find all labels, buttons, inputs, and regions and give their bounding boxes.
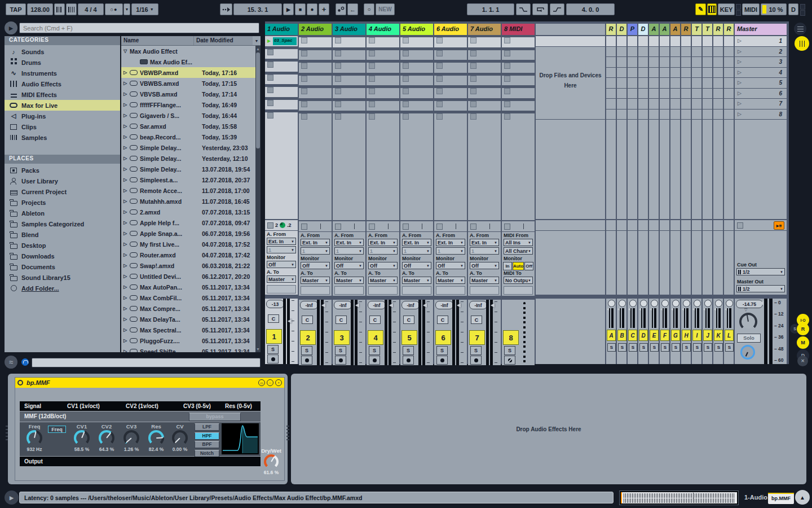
cue-out-chooser[interactable]: 1/2▼ — [736, 268, 785, 275]
file-row[interactable]: ▷Apple Snap.a...06.07.2018, 19:56 — [121, 228, 261, 239]
file-row[interactable]: ▷Untitled Devi...06.12.2017, 20:20 — [121, 271, 261, 282]
input-type-chooser[interactable]: Ext. In▼ — [470, 239, 499, 246]
nudge-up-button[interactable] — [66, 3, 77, 15]
show-detail-view-button[interactable]: ▶ — [5, 491, 19, 505]
place-item-sound-library15[interactable]: Sound Library15 — [5, 272, 120, 283]
file-list-header-date[interactable]: Date Modified — [194, 36, 253, 45]
input-type-chooser[interactable]: Ext. In▼ — [402, 239, 431, 246]
return-solo-button[interactable]: S — [639, 343, 648, 352]
file-expander-icon[interactable]: ▷ — [123, 327, 130, 332]
clip-slot[interactable] — [367, 50, 399, 61]
solo-button[interactable]: S — [301, 346, 312, 355]
return-pan-knob[interactable] — [629, 300, 637, 307]
file-expander-icon[interactable]: ▷ — [123, 145, 130, 150]
re-enable-automation-button[interactable]: NEW — [376, 3, 395, 15]
metronome-menu-arrow[interactable]: ▼ — [123, 3, 130, 15]
return-pan-knob[interactable] — [683, 300, 690, 307]
pan-display[interactable]: C — [302, 316, 313, 324]
preview-bar[interactable] — [32, 358, 261, 367]
return-activator[interactable]: L — [725, 330, 734, 341]
solo-button[interactable]: S — [504, 346, 515, 355]
input-channel-chooser[interactable]: 1▼ — [301, 247, 330, 255]
clip-slot[interactable] — [367, 101, 399, 112]
monitor-chooser[interactable]: Off▼ — [436, 262, 465, 269]
record-button[interactable]: ● — [307, 3, 317, 15]
file-row[interactable]: ▷Max Spectral...05.11.2017, 13:34 — [121, 325, 261, 335]
input-type-chooser[interactable]: Ext. In▼ — [267, 238, 296, 245]
return-pan-knob[interactable] — [694, 300, 701, 307]
file-expander-icon[interactable]: ▷ — [123, 124, 130, 129]
clip-slot[interactable] — [265, 62, 298, 72]
output-type-chooser[interactable]: Master▼ — [436, 277, 465, 284]
output-type-chooser[interactable]: Master▼ — [334, 277, 364, 284]
device-power-button[interactable] — [17, 380, 23, 386]
return-track-header[interactable]: P — [628, 24, 637, 35]
scene-row[interactable]: ▷3 — [735, 57, 787, 68]
return-solo-button[interactable]: S — [650, 343, 659, 352]
clip-slot[interactable] — [265, 75, 298, 85]
file-expander-icon[interactable]: ▷ — [123, 317, 130, 322]
scene-row[interactable]: ▷1 — [735, 36, 787, 47]
key-map-button[interactable]: KEY — [718, 3, 735, 15]
sidebar-item-samples[interactable]: Samples — [5, 132, 120, 143]
arrangement-position-display[interactable]: 15. 3. 1 — [233, 3, 282, 15]
track-header[interactable]: 2 Audio — [299, 24, 332, 35]
return-pan-knob[interactable] — [651, 300, 658, 307]
scene-row[interactable]: ▷2 — [735, 47, 787, 58]
input-channel-chooser[interactable]: All Channe▼ — [504, 247, 533, 255]
return-activator[interactable]: B — [617, 330, 626, 341]
scroll-down-icon[interactable]: ▼ — [255, 347, 261, 351]
track-activator[interactable]: 3 — [334, 330, 350, 345]
return-activator[interactable]: I — [692, 330, 701, 341]
volume-display[interactable]: -Inf — [368, 301, 386, 309]
monitor-chooser[interactable]: Off▼ — [368, 262, 398, 269]
return-activator[interactable]: E — [650, 330, 659, 341]
file-expander-icon[interactable]: ▷ — [123, 306, 130, 311]
arm-button[interactable] — [369, 356, 380, 365]
clip-slot[interactable] — [502, 88, 535, 99]
output-type-chooser[interactable]: Master▼ — [368, 277, 398, 284]
pan-display[interactable]: C — [437, 316, 448, 324]
disk-overload-indicator[interactable]: D — [788, 3, 798, 15]
loop-start-display[interactable]: 1. 1. 1 — [467, 3, 514, 15]
clip-stop-button[interactable] — [737, 222, 743, 229]
clip-slot[interactable] — [367, 37, 399, 48]
return-track-header[interactable]: R — [713, 24, 723, 35]
file-row[interactable]: ▷Max DelayTa...05.11.2017, 13:34 — [121, 314, 261, 325]
return-activator[interactable]: C — [628, 330, 637, 341]
clip-slot[interactable] — [333, 88, 365, 99]
place-item-documents[interactable]: Documents — [5, 261, 120, 272]
clip-slot[interactable] — [333, 101, 365, 112]
solo-button[interactable]: S — [369, 346, 380, 355]
loop-length-display[interactable]: 4. 0. 0 — [566, 3, 615, 15]
track-header[interactable]: 8 MIDI — [502, 24, 535, 35]
clip-slot[interactable] — [299, 37, 332, 48]
file-expander-icon[interactable]: ▷ — [123, 167, 130, 172]
clip-slot[interactable] — [299, 88, 332, 99]
file-list-header-name[interactable]: Name — [121, 36, 194, 45]
arm-button[interactable] — [403, 356, 414, 365]
clip-slot[interactable] — [400, 37, 433, 48]
return-pan-knob[interactable] — [726, 300, 733, 307]
master-track-header[interactable]: Master — [735, 24, 787, 35]
arm-button[interactable] — [470, 356, 482, 365]
scene-row[interactable]: ▷7 — [735, 99, 787, 110]
fader-handle[interactable] — [491, 303, 495, 308]
file-expander-icon[interactable]: ▷ — [123, 209, 130, 214]
sidebar-item-instruments[interactable]: ∿Instruments — [5, 68, 120, 78]
clip-slot[interactable] — [400, 63, 433, 73]
track-activator[interactable]: 1 — [266, 329, 282, 344]
file-row[interactable]: ▷Swap!.amxd06.03.2018, 21:22 — [121, 260, 261, 271]
scene-play-icon[interactable]: ▷ — [738, 69, 742, 75]
file-expander-icon[interactable]: ▷ — [123, 91, 130, 97]
device-save-icon[interactable]: ▪ — [275, 379, 282, 386]
clip-slot[interactable] — [299, 50, 332, 61]
track-activator[interactable]: 7 — [469, 330, 485, 345]
return-activator[interactable]: A — [607, 330, 616, 341]
return-pan-knob[interactable] — [715, 300, 722, 307]
volume-display[interactable]: -Inf — [300, 301, 318, 309]
device-map-icon[interactable]: ↔ — [267, 379, 273, 386]
return-activator[interactable]: G — [671, 330, 680, 341]
return-activator[interactable]: K — [714, 330, 723, 341]
place-item-add-folder[interactable]: Add Folder... — [5, 283, 120, 294]
